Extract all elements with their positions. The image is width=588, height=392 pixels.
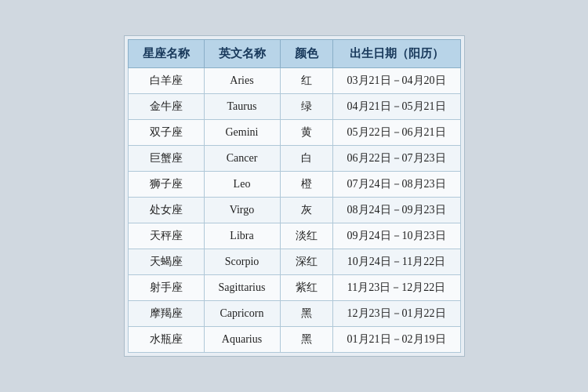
table-cell-7-3: 10月24日－11月22日 — [332, 249, 460, 275]
table-row: 白羊座Aries红03月21日－04月20日 — [128, 68, 460, 94]
table-cell-0-3: 03月21日－04月20日 — [332, 68, 460, 94]
table-cell-0-0: 白羊座 — [128, 68, 204, 94]
table-row: 双子座Gemini黄05月22日－06月21日 — [128, 120, 460, 146]
column-header-3: 出生日期（阳历） — [332, 40, 460, 68]
table-cell-7-0: 天蝎座 — [128, 249, 204, 275]
table-cell-0-2: 红 — [280, 68, 332, 94]
table-cell-1-3: 04月21日－05月21日 — [332, 94, 460, 120]
zodiac-table-container: 星座名称英文名称颜色出生日期（阳历） 白羊座Aries红03月21日－04月20… — [124, 35, 465, 357]
table-cell-8-2: 紫红 — [280, 275, 332, 301]
table-cell-6-3: 09月24日－10月23日 — [332, 223, 460, 249]
table-cell-7-1: Scorpio — [204, 249, 280, 275]
table-cell-5-2: 灰 — [280, 198, 332, 223]
table-row: 摩羯座Capricorn黑12月23日－01月22日 — [128, 301, 460, 327]
table-row: 狮子座Leo橙07月24日－08月23日 — [128, 172, 460, 198]
table-row: 射手座Sagittarius紫红11月23日－12月22日 — [128, 275, 460, 301]
table-cell-1-0: 金牛座 — [128, 94, 204, 120]
table-row: 天秤座Libra淡红09月24日－10月23日 — [128, 223, 460, 249]
table-header-row: 星座名称英文名称颜色出生日期（阳历） — [128, 40, 460, 68]
table-cell-8-1: Sagittarius — [204, 275, 280, 301]
table-row: 天蝎座Scorpio深红10月24日－11月22日 — [128, 249, 460, 275]
table-cell-2-1: Gemini — [204, 120, 280, 146]
table-cell-4-2: 橙 — [280, 172, 332, 198]
table-cell-0-1: Aries — [204, 68, 280, 94]
table-cell-9-3: 12月23日－01月22日 — [332, 301, 460, 327]
table-cell-1-2: 绿 — [280, 94, 332, 120]
table-cell-10-0: 水瓶座 — [128, 327, 204, 353]
table-cell-3-1: Cancer — [204, 146, 280, 172]
table-cell-5-1: Virgo — [204, 198, 280, 223]
zodiac-table: 星座名称英文名称颜色出生日期（阳历） 白羊座Aries红03月21日－04月20… — [128, 39, 461, 353]
table-cell-4-0: 狮子座 — [128, 172, 204, 198]
table-cell-8-0: 射手座 — [128, 275, 204, 301]
table-cell-10-3: 01月21日－02月19日 — [332, 327, 460, 353]
table-cell-9-0: 摩羯座 — [128, 301, 204, 327]
table-cell-7-2: 深红 — [280, 249, 332, 275]
table-cell-3-3: 06月22日－07月23日 — [332, 146, 460, 172]
table-row: 金牛座Taurus绿04月21日－05月21日 — [128, 94, 460, 120]
table-cell-5-3: 08月24日－09月23日 — [332, 198, 460, 223]
table-cell-5-0: 处女座 — [128, 198, 204, 223]
table-cell-10-2: 黑 — [280, 327, 332, 353]
table-cell-1-1: Taurus — [204, 94, 280, 120]
table-row: 水瓶座Aquarius黑01月21日－02月19日 — [128, 327, 460, 353]
table-cell-2-3: 05月22日－06月21日 — [332, 120, 460, 146]
table-row: 巨蟹座Cancer白06月22日－07月23日 — [128, 146, 460, 172]
table-cell-10-1: Aquarius — [204, 327, 280, 353]
table-cell-6-2: 淡红 — [280, 223, 332, 249]
column-header-2: 颜色 — [280, 40, 332, 68]
table-cell-6-1: Libra — [204, 223, 280, 249]
table-cell-3-2: 白 — [280, 146, 332, 172]
table-cell-9-2: 黑 — [280, 301, 332, 327]
table-cell-2-0: 双子座 — [128, 120, 204, 146]
table-cell-2-2: 黄 — [280, 120, 332, 146]
table-cell-4-3: 07月24日－08月23日 — [332, 172, 460, 198]
column-header-0: 星座名称 — [128, 40, 204, 68]
table-row: 处女座Virgo灰08月24日－09月23日 — [128, 198, 460, 223]
table-cell-6-0: 天秤座 — [128, 223, 204, 249]
table-cell-4-1: Leo — [204, 172, 280, 198]
table-cell-3-0: 巨蟹座 — [128, 146, 204, 172]
column-header-1: 英文名称 — [204, 40, 280, 68]
table-cell-9-1: Capricorn — [204, 301, 280, 327]
table-cell-8-3: 11月23日－12月22日 — [332, 275, 460, 301]
